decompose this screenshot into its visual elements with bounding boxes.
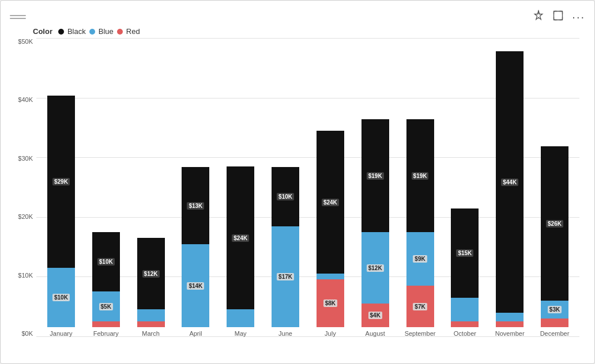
bar-label-black: $19K <box>367 172 384 180</box>
bar-group: $14K$13KApril <box>178 167 213 337</box>
legend-blue-label: Blue <box>99 27 114 36</box>
y-axis-label: $10K <box>18 272 33 279</box>
x-axis-label: March <box>142 330 160 337</box>
bar-segment-blue: $5K <box>92 291 120 321</box>
bar-group: $24KMay <box>223 166 258 337</box>
svg-rect-1 <box>554 12 563 20</box>
bar-label-black: $15K <box>456 249 473 257</box>
bar-segment-black: $19K <box>361 119 389 232</box>
bar-group: $4K$12K$19KAugust <box>358 119 393 337</box>
bars-container: $10K$29KJanuary$5K$10KFebruary$12KMarch$… <box>36 38 579 337</box>
bar-label-blue: $5K <box>99 303 113 310</box>
bar-label-black: $29K <box>52 178 70 185</box>
x-axis-label: July <box>325 330 336 337</box>
bar-stack: $3K$26K <box>541 146 568 327</box>
x-axis-label: April <box>189 330 202 337</box>
bar-group: $17K$10KJune <box>268 167 303 337</box>
x-axis-label: December <box>540 330 570 337</box>
bar-label-black: $13K <box>187 202 204 210</box>
bar-stack: $44K <box>496 51 524 327</box>
bar-label-blue: $3K <box>548 306 562 313</box>
bar-segment-red <box>137 321 165 327</box>
bar-segment-black: $10K <box>272 167 299 226</box>
bar-label-blue: $10K <box>52 294 70 301</box>
bar-group: $8K$24KJuly <box>313 131 348 337</box>
bar-segment-blue <box>227 309 254 327</box>
top-icons: ··· <box>533 10 585 24</box>
y-axis-label: $30K <box>18 155 33 162</box>
x-axis-label: January <box>50 330 72 337</box>
bar-segment-blue <box>317 274 344 279</box>
y-axis-label: $20K <box>18 213 33 220</box>
y-axis: $0K$10K$20K$30K$40K$50K <box>10 38 36 337</box>
bar-group: $10K$29KJanuary <box>44 96 78 337</box>
chart-card: ··· Color Black Blue Red $0K$10K$20K$30K… <box>0 0 595 364</box>
grid-and-bars: $10K$29KJanuary$5K$10KFebruary$12KMarch$… <box>36 38 579 337</box>
more-options-button[interactable]: ··· <box>572 11 585 22</box>
bar-segment-blue <box>496 313 524 321</box>
bar-label-black: $19K <box>412 172 429 180</box>
legend-red-label: Red <box>126 27 140 36</box>
bar-segment-blue: $17K <box>272 226 299 327</box>
bar-segment-black: $24K <box>227 166 254 309</box>
bar-group: $5K$10KFebruary <box>89 232 123 337</box>
bar-group: $12KMarch <box>134 238 168 337</box>
bar-segment-black: $13K <box>182 167 209 244</box>
bar-label-blue: $14K <box>187 282 204 290</box>
legend-black-label: Black <box>67 27 86 36</box>
x-axis-label: February <box>93 330 119 337</box>
bar-segment-blue: $10K <box>47 268 75 327</box>
bar-stack: $8K$24K <box>317 131 344 327</box>
bar-segment-red <box>496 321 524 327</box>
drag-handle[interactable] <box>10 15 26 19</box>
bar-segment-red: $4K <box>361 304 389 327</box>
y-axis-label: $40K <box>18 96 33 103</box>
y-axis-label: $50K <box>18 38 33 45</box>
pin-icon[interactable] <box>533 10 544 24</box>
bar-stack: $5K$10K <box>92 232 120 327</box>
x-axis-label: May <box>235 330 247 337</box>
bar-stack: $17K$10K <box>272 167 299 327</box>
legend-title: Color <box>33 27 52 36</box>
bar-label-black: $12K <box>142 270 160 278</box>
bar-label-red: $4K <box>368 312 382 319</box>
bar-label-red: $7K <box>413 303 427 310</box>
legend-blue-dot <box>89 29 95 35</box>
bar-segment-black: $12K <box>137 238 165 309</box>
bar-segment-red: $8K <box>317 279 344 327</box>
bar-segment-blue <box>451 298 479 321</box>
bar-segment-blue: $3K <box>541 301 568 318</box>
bar-segment-red <box>92 321 120 327</box>
bar-label-black: $24K <box>322 199 339 206</box>
legend: Color Black Blue Red <box>10 27 585 36</box>
legend-black-dot <box>58 29 64 35</box>
bar-segment-black: $15K <box>451 208 479 298</box>
bar-group: $3K$26KDecember <box>537 146 572 337</box>
bar-label-blue: $9K <box>413 255 427 263</box>
bar-segment-blue: $12K <box>361 232 389 304</box>
expand-icon[interactable] <box>552 10 564 24</box>
x-axis-label: June <box>278 330 292 337</box>
bar-group: $7K$9K$19KSeptember <box>403 119 438 337</box>
bar-stack: $4K$12K$19K <box>361 119 389 327</box>
bar-stack: $10K$29K <box>47 96 75 327</box>
legend-red-dot <box>117 29 123 35</box>
bar-segment-blue: $14K <box>182 244 209 327</box>
bar-label-black: $10K <box>277 193 294 200</box>
bar-stack: $7K$9K$19K <box>406 119 434 327</box>
bar-segment-blue <box>137 309 165 321</box>
top-bar: ··· <box>10 6 585 27</box>
bar-label-red: $8K <box>323 299 337 307</box>
bar-segment-black: $24K <box>317 131 344 274</box>
y-axis-label: $0K <box>21 330 33 337</box>
chart-area: $0K$10K$20K$30K$40K$50K $10K$29KJanuary$… <box>10 38 585 358</box>
bar-segment-black: $29K <box>47 96 75 268</box>
bar-label-black: $44K <box>501 179 518 186</box>
x-axis-label: September <box>405 330 436 337</box>
x-axis-label: October <box>454 330 476 337</box>
x-axis-label: November <box>495 330 525 337</box>
bar-segment-black: $19K <box>406 119 434 232</box>
bar-stack: $12K <box>137 238 165 327</box>
bar-segment-red <box>451 321 479 327</box>
bar-label-blue: $17K <box>277 273 294 280</box>
